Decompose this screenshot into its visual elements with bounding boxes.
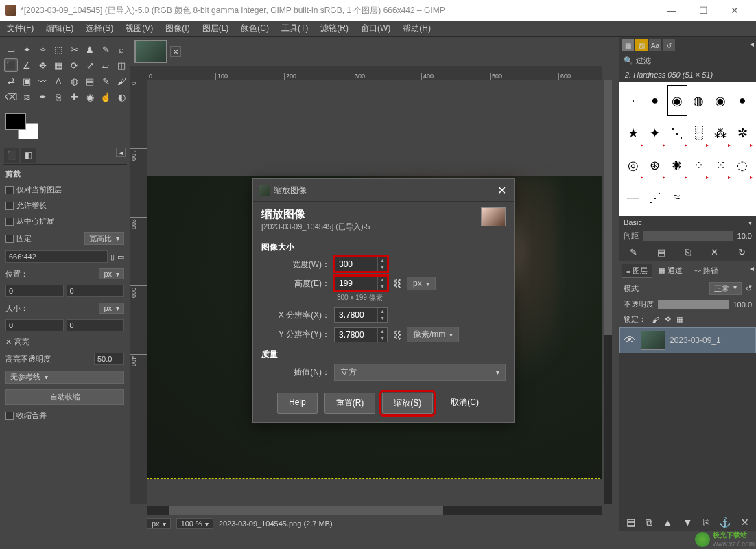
brush-item[interactable]: ⊛▸ [644, 149, 666, 181]
pos-unit[interactable]: px▾ [99, 268, 124, 279]
brush-item[interactable]: ✺▸ [666, 149, 688, 181]
tool-rect-select[interactable]: ▭ [4, 43, 18, 56]
tool-pencil[interactable]: ✎ [99, 74, 113, 88]
brush-item[interactable] [731, 181, 753, 213]
width-input[interactable]: ▲▼ [334, 257, 388, 272]
brush-item[interactable]: ● [731, 84, 753, 117]
xres-input[interactable]: ▲▼ [334, 307, 388, 323]
menu-file[interactable]: 文件(F) [4, 21, 36, 36]
preset-dropdown[interactable]: Basic, [624, 218, 748, 226]
close-button[interactable]: ✕ [719, 0, 751, 21]
duplicate-layer-icon[interactable]: ⎘ [703, 517, 709, 528]
tool-free-select[interactable]: ✦ [20, 43, 34, 56]
tab-paths[interactable]: 〰 路径 [689, 264, 723, 278]
fixed-dropdown[interactable]: 宽高比▾ [84, 232, 124, 245]
tool-align[interactable]: ▦ [51, 58, 65, 72]
res-unit-dropdown[interactable]: 像素/mm▾ [407, 327, 459, 342]
tool-rotate[interactable]: ⟳ [67, 58, 81, 72]
interpolation-dropdown[interactable]: 立方▾ [334, 364, 506, 381]
brush-item[interactable]: ✦▸ [644, 117, 666, 149]
brush-item[interactable]: — [622, 181, 644, 213]
chk-allow-grow[interactable] [5, 202, 14, 210]
brush-item[interactable]: ◎▸ [622, 149, 644, 181]
filter-icon[interactable]: 🔍 [624, 56, 633, 65]
pos-y-input[interactable] [67, 285, 125, 297]
maximize-button[interactable]: ☐ [687, 0, 719, 21]
brush-item[interactable]: ◍ [688, 84, 710, 117]
scale-button[interactable]: 缩放(S) [382, 393, 433, 414]
tool-clone[interactable]: ⎘ [51, 90, 65, 104]
tool-flip[interactable]: ⇄ [4, 74, 18, 88]
status-zoom[interactable]: 100 %▾ [176, 518, 213, 529]
size-w-input[interactable] [5, 319, 64, 331]
close-x-icon[interactable]: ✕ [5, 338, 12, 347]
panel-menu-icon[interactable]: ◂ [116, 148, 126, 157]
menu-select[interactable]: 选择(S) [83, 21, 116, 36]
image-tab-close-icon[interactable]: ✕ [170, 46, 181, 57]
tool-color-picker[interactable]: ⌕ [115, 43, 128, 56]
lock-alpha-icon[interactable]: ▦ [676, 315, 683, 324]
chk-current-layer[interactable] [5, 186, 14, 194]
edit-brush-icon[interactable]: ✎ [630, 247, 637, 257]
anchor-layer-icon[interactable]: ⚓ [719, 517, 731, 528]
minimize-button[interactable]: — [656, 0, 687, 21]
height-input[interactable]: ▲▼ [334, 276, 388, 291]
brush-item[interactable]: ≈ [666, 181, 688, 213]
tool-measure[interactable]: ∠ [20, 58, 34, 72]
delete-brush-icon[interactable]: ✕ [711, 247, 718, 257]
tool-color-select[interactable]: ⬚ [51, 43, 65, 56]
tab-layers[interactable]: ≡ 图层 [622, 264, 652, 278]
tool-blur[interactable]: ◉ [83, 90, 97, 104]
help-button[interactable]: Help [277, 393, 318, 414]
visibility-icon[interactable]: 👁 [623, 334, 637, 347]
tab-brushes[interactable]: ▦ [622, 39, 634, 51]
cancel-button[interactable]: 取消(C) [440, 393, 490, 414]
blend-mode-dropdown[interactable]: 正常▾ [709, 282, 742, 295]
tool-dodge[interactable]: ◐ [115, 90, 128, 104]
tool-scale[interactable]: ⤢ [83, 58, 97, 72]
chk-shrink-merge[interactable] [5, 412, 14, 420]
brush-item[interactable]: ✼▸ [731, 117, 753, 149]
tool-smudge[interactable]: ☝ [99, 90, 113, 104]
autoshrink-button[interactable]: 自动收缩 [5, 389, 124, 405]
fixed-value-input[interactable] [5, 250, 108, 263]
brush-item[interactable]: ◉ [666, 84, 688, 117]
tool-gradient[interactable]: ▤ [83, 74, 97, 88]
tool-text[interactable]: A [51, 74, 65, 88]
tool-foreground[interactable]: ♟ [83, 43, 97, 56]
menu-windows[interactable]: 窗口(W) [358, 21, 393, 36]
yres-input[interactable]: ▲▼ [334, 327, 388, 342]
spacing-slider[interactable] [643, 231, 733, 241]
tool-cage[interactable]: ▣ [20, 74, 34, 88]
tab-patterns[interactable]: ▨ [635, 39, 648, 51]
menu-help[interactable]: 帮助(H) [400, 21, 434, 36]
menu-colors[interactable]: 颜色(C) [238, 21, 272, 36]
layer-down-icon[interactable]: ▼ [683, 517, 692, 528]
size-h-input[interactable] [67, 319, 125, 331]
tool-heal[interactable]: ✚ [67, 90, 81, 104]
tool-crop[interactable]: ⬛ [4, 58, 18, 72]
reset-button[interactable]: 重置(R) [324, 393, 376, 414]
lock-position-icon[interactable]: ✥ [665, 315, 671, 324]
tool-warp[interactable]: 〰 [36, 74, 49, 88]
tool-airbrush[interactable]: ≋ [20, 90, 34, 104]
tool-eraser[interactable]: ⌫ [4, 90, 18, 104]
tab-device-status[interactable]: ◧ [21, 148, 36, 163]
image-tab-thumb[interactable] [134, 40, 167, 63]
menu-layer[interactable]: 图层(L) [200, 21, 232, 36]
tool-paths[interactable]: ✎ [99, 43, 113, 56]
brush-item[interactable]: · [622, 84, 644, 117]
brush-item[interactable]: ⋰ [644, 181, 666, 213]
layer-row[interactable]: 👁 2023-03-09_1 [619, 327, 756, 353]
brush-item[interactable]: ● [644, 84, 666, 117]
vertical-scrollbar[interactable] [604, 80, 612, 504]
horizontal-scrollbar[interactable] [147, 506, 602, 515]
brush-item[interactable]: ◉ [709, 84, 731, 117]
tool-paintbrush[interactable]: 🖌 [115, 74, 128, 88]
mode-reset-icon[interactable]: ↺ [746, 284, 752, 293]
brush-item[interactable]: ⁂▸ [709, 117, 731, 149]
refresh-brush-icon[interactable]: ↻ [738, 247, 746, 257]
portrait-icon[interactable]: ▯ [110, 253, 115, 261]
layer-group-icon[interactable]: ⧉ [646, 517, 652, 528]
delete-layer-icon[interactable]: ✕ [741, 517, 749, 528]
